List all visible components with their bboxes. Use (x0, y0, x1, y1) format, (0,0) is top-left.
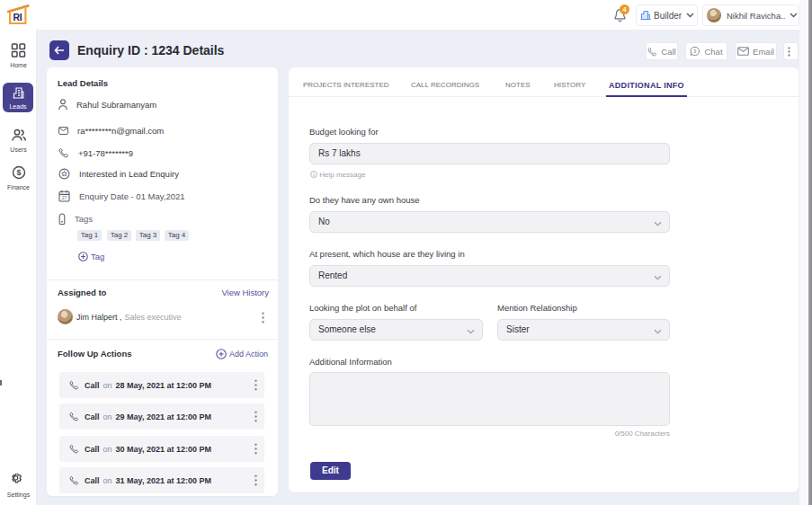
svg-text:$: $ (16, 168, 21, 177)
svg-text:RI: RI (13, 12, 22, 22)
svg-text:27: 27 (62, 195, 67, 200)
